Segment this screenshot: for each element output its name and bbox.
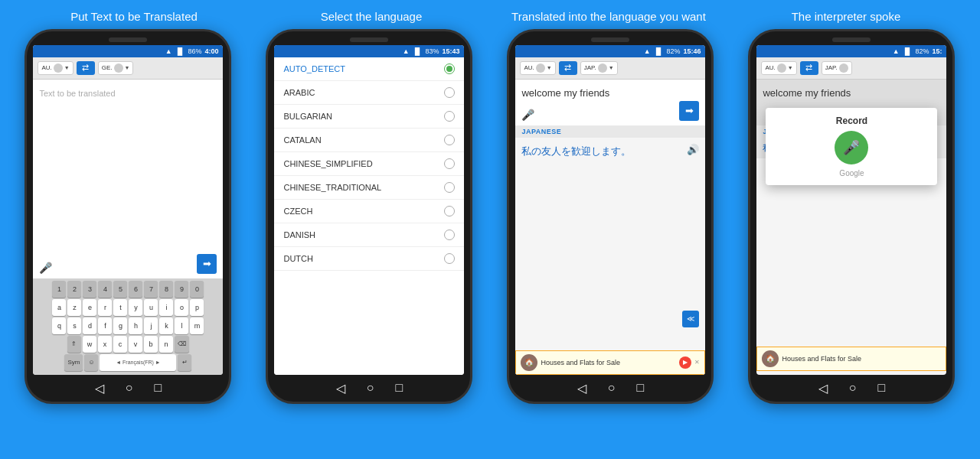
key-d[interactable]: d [83,317,96,334]
phone-2: ▲ ▐▌ 83% 15:43 AUTO_DETECT ARABIC [266,29,472,404]
recents-btn-1[interactable]: □ [154,381,162,396]
key-u[interactable]: u [144,299,158,316]
key-y[interactable]: y [129,299,142,316]
recents-btn-3[interactable]: □ [636,381,644,396]
key-c[interactable]: c [113,336,127,353]
lang-catalan[interactable]: CATALAN [274,129,464,152]
radio-dot-active [446,66,452,72]
topbar-3[interactable]: AU. ▼ ⇄ JAP. ▼ [515,57,705,80]
key-q[interactable]: q [52,317,66,334]
swap-btn-3[interactable]: ⇄ [559,61,577,75]
source-lang-1[interactable]: AU. ▼ [38,61,73,75]
topbar-1[interactable]: AU. ▼ ⇄ GE. ▼ [33,57,223,80]
target-lang-1[interactable]: GE. ▼ [98,61,134,75]
key-6[interactable]: 6 [129,281,142,298]
key-t[interactable]: t [113,299,127,316]
lang-chinese-traditional[interactable]: CHINESE_TRADITIONAL [274,176,464,200]
source-dropdown-3[interactable]: ▼ [547,65,552,70]
lang-dutch[interactable]: DUTCH [274,247,464,271]
key-8[interactable]: 8 [159,281,173,298]
topbar-4[interactable]: AU. ▼ ⇄ JAP. [756,57,946,80]
ad-close-3[interactable]: ✕ [694,359,700,366]
lang-danish[interactable]: DANISH [274,223,464,247]
key-delete[interactable]: ⌫ [175,336,189,353]
swap-btn-4[interactable]: ⇄ [800,61,818,75]
source-dropdown-4[interactable]: ▼ [788,65,793,70]
ad-banner-3[interactable]: 🏠 Houses and Flats for Sale ▶ ✕ [515,350,705,375]
key-4[interactable]: 4 [98,281,112,298]
key-e[interactable]: e [83,299,96,316]
translated-area-3: 私の友人を歓迎します。 🔊 ≪ [515,138,705,350]
key-r[interactable]: r [98,299,112,316]
back-btn-1[interactable]: ◁ [95,381,104,396]
home-btn-3[interactable]: ○ [608,381,616,396]
lang-arabic[interactable]: ARABIC [274,81,464,105]
key-x[interactable]: x [98,336,112,353]
key-f[interactable]: f [98,317,112,334]
back-btn-3[interactable]: ◁ [577,381,586,396]
target-dropdown-3[interactable]: ▼ [609,65,614,70]
recents-btn-4[interactable]: □ [877,381,885,396]
key-sym[interactable]: Sym [64,354,83,371]
home-btn-2[interactable]: ○ [367,381,374,396]
key-h[interactable]: h [129,317,142,334]
key-j[interactable]: j [144,317,158,334]
key-1[interactable]: 1 [52,281,66,298]
key-enter[interactable]: ↵ [178,354,191,371]
key-v[interactable]: v [129,336,142,353]
key-k[interactable]: k [159,317,173,334]
target-lang-3[interactable]: JAP. ▼ [580,61,618,75]
ad-cta-3[interactable]: ▶ [679,356,691,369]
key-2[interactable]: 2 [67,281,81,298]
lang-chinese-simplified[interactable]: CHINESE_SIMPLIFIED [274,152,464,176]
lang-auto-detect[interactable]: AUTO_DETECT [274,57,464,81]
keyboard-1[interactable]: 1 2 3 4 5 6 7 8 9 0 a z e [33,278,223,375]
time-3: 15:46 [683,47,701,55]
key-shift[interactable]: ⇑ [67,336,81,353]
target-dropdown-1[interactable]: ▼ [125,65,130,70]
lang-arabic-label: ARABIC [283,88,315,97]
key-emoji[interactable]: ☺ [84,354,98,371]
recents-btn-2[interactable]: □ [395,381,403,396]
key-o[interactable]: o [175,299,188,316]
source-lang-3[interactable]: AU. ▼ [520,61,555,75]
key-b[interactable]: b [144,336,158,353]
record-overlay[interactable]: Record 🎤 Google [766,108,937,185]
lang-bulgarian[interactable]: BULGARIAN [274,105,464,129]
key-p[interactable]: p [190,299,204,316]
source-lang-4[interactable]: AU. ▼ [761,61,796,75]
key-9[interactable]: 9 [175,281,188,298]
ad-banner-4[interactable]: 🏠 Houses and Flats for Sale [756,347,946,371]
key-s[interactable]: s [67,317,81,334]
mic-icon-1[interactable]: 🎤 [39,262,52,274]
lang-czech[interactable]: CZECH [274,200,464,223]
input-area-1[interactable]: Text to be translated 🎤 ➡ [33,80,223,278]
target-lang-4[interactable]: JAP. [822,61,852,75]
swap-btn-1[interactable]: ⇄ [77,61,95,75]
translate-btn-3[interactable]: ➡ [679,101,699,121]
key-7[interactable]: 7 [144,281,158,298]
key-i[interactable]: i [159,299,173,316]
home-btn-1[interactable]: ○ [126,381,133,396]
lang-czech-label: CZECH [283,207,312,216]
tts-icon-3[interactable]: 🔊 [687,144,699,155]
home-btn-4[interactable]: ○ [849,381,857,396]
key-m[interactable]: m [190,317,204,334]
key-z[interactable]: z [67,299,81,316]
translate-btn-1[interactable]: ➡ [197,254,217,274]
back-btn-2[interactable]: ◁ [336,381,345,396]
key-3[interactable]: 3 [83,281,96,298]
key-l[interactable]: l [175,317,188,334]
key-space[interactable]: ◄ Français(FR) ► [100,354,176,371]
key-5[interactable]: 5 [113,281,127,298]
key-g[interactable]: g [113,317,127,334]
key-n[interactable]: n [159,336,173,353]
share-btn-3[interactable]: ≪ [682,311,699,327]
key-0[interactable]: 0 [190,281,204,298]
record-mic-btn[interactable]: 🎤 [835,131,868,164]
key-w[interactable]: w [83,336,96,353]
mic-icon-3[interactable]: 🎤 [521,109,534,121]
source-dropdown-1[interactable]: ▼ [64,65,70,70]
back-btn-4[interactable]: ◁ [818,381,828,396]
key-a[interactable]: a [52,299,66,316]
